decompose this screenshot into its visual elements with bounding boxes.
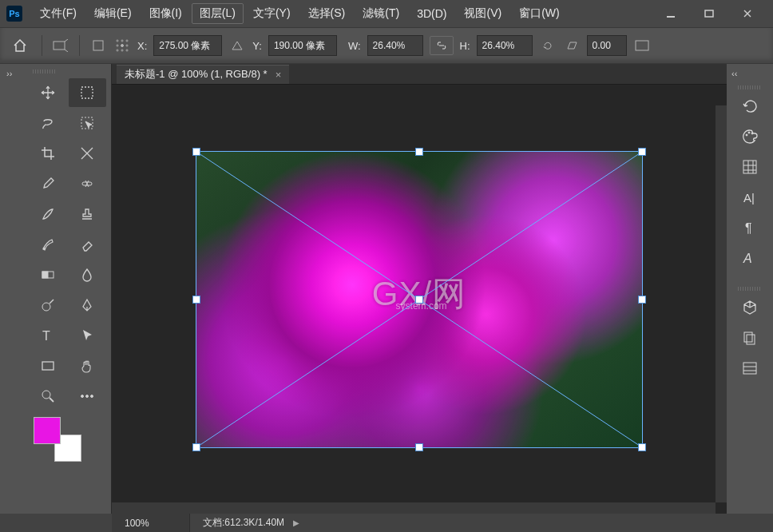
minimize-button[interactable]	[652, 1, 690, 26]
h-input[interactable]	[477, 35, 533, 56]
menu-layer[interactable]: 图层(L)	[192, 3, 244, 24]
canvas[interactable]: GX/网 system.com	[196, 151, 643, 448]
handle-top-left[interactable]	[192, 148, 200, 156]
character-panel-icon[interactable]: A|	[733, 184, 767, 211]
layers-panel-icon[interactable]	[733, 355, 767, 382]
link-aspect-toggle[interactable]	[430, 36, 454, 55]
slice-tool[interactable]	[69, 139, 107, 168]
close-button[interactable]	[728, 1, 767, 26]
menu-edit[interactable]: 编辑(E)	[86, 3, 140, 24]
menu-image[interactable]: 图像(I)	[141, 3, 190, 24]
menu-3d[interactable]: 3D(D)	[409, 4, 454, 23]
menu-filter[interactable]: 滤镜(T)	[355, 3, 407, 24]
svg-point-6	[117, 40, 118, 42]
status-bar: 100% 文档:612.3K/1.40M ▶	[0, 514, 773, 532]
transform-mode-icon[interactable]	[52, 37, 69, 54]
brush-tool[interactable]	[29, 200, 67, 228]
home-icon	[12, 38, 28, 54]
menu-window[interactable]: 窗口(W)	[511, 3, 568, 24]
menu-file[interactable]: 文件(F)	[32, 3, 85, 24]
delta-icon[interactable]	[228, 37, 246, 54]
libraries-panel-icon[interactable]	[733, 324, 767, 351]
stamp-tool[interactable]	[69, 200, 107, 228]
status-menu-arrow-icon[interactable]: ▶	[293, 518, 299, 527]
crop-tool[interactable]	[29, 139, 67, 168]
app-logo: Ps	[6, 6, 22, 22]
edit-toolbar[interactable]	[69, 382, 107, 411]
menu-select[interactable]: 选择(S)	[300, 3, 354, 24]
glyphs-panel-icon[interactable]: A	[733, 244, 767, 272]
foreground-swatch[interactable]	[34, 417, 61, 444]
zoom-level[interactable]: 100%	[112, 514, 190, 532]
x-label: X:	[137, 40, 147, 52]
options-bar: X: Y: W: H:	[0, 27, 773, 64]
horizontal-scrollbar[interactable]	[112, 502, 716, 514]
expand-right-dock-icon[interactable]: ‹‹	[731, 69, 743, 80]
panel-grip[interactable]	[734, 284, 766, 292]
panel-grip[interactable]	[734, 83, 766, 91]
eyedropper-tool[interactable]	[29, 169, 67, 198]
quick-select-tool[interactable]	[69, 109, 107, 137]
path-select-tool[interactable]	[69, 321, 107, 350]
angle-input[interactable]	[587, 35, 627, 56]
move-tool[interactable]	[29, 78, 67, 107]
handle-bottom-right[interactable]	[638, 443, 646, 451]
healing-tool[interactable]	[69, 169, 107, 198]
document-tab[interactable]: 未标题-1 @ 100% (1, RGB/8) * ×	[117, 65, 289, 84]
type-tool[interactable]: T	[29, 321, 67, 350]
handle-top[interactable]	[415, 148, 423, 156]
skew-icon[interactable]	[563, 37, 581, 54]
free-transform-box[interactable]	[196, 151, 643, 448]
panel-grip[interactable]	[29, 67, 61, 75]
handle-center[interactable]	[415, 296, 423, 304]
svg-rect-1	[705, 10, 713, 17]
link-icon	[435, 41, 448, 50]
hand-tool[interactable]	[69, 351, 107, 380]
history-brush-tool[interactable]	[29, 230, 67, 259]
home-button[interactable]	[8, 34, 32, 58]
y-input[interactable]	[268, 35, 337, 56]
doc-info-label: 文档:	[203, 517, 224, 528]
rotate-icon[interactable]	[539, 37, 557, 54]
menu-view[interactable]: 视图(V)	[456, 3, 509, 24]
color-panel-icon[interactable]	[733, 123, 767, 150]
handle-left[interactable]	[192, 296, 200, 304]
history-panel-icon[interactable]	[733, 93, 767, 120]
lasso-tool[interactable]	[29, 109, 67, 137]
expand-dock-icon[interactable]: ››	[6, 69, 18, 80]
document-area: 未标题-1 @ 100% (1, RGB/8) * × GX/网 system.…	[112, 64, 727, 514]
dodge-tool[interactable]	[29, 291, 67, 320]
separator	[79, 35, 80, 56]
handle-bottom[interactable]	[415, 443, 423, 451]
document-info[interactable]: 文档:612.3K/1.40M ▶	[190, 516, 299, 530]
doc-info-value: 612.3K/1.40M	[224, 517, 284, 528]
handle-bottom-left[interactable]	[192, 443, 200, 451]
3d-panel-icon[interactable]	[733, 294, 767, 321]
paragraph-panel-icon[interactable]: ¶	[733, 214, 767, 241]
marquee-tool[interactable]	[69, 78, 107, 107]
x-input[interactable]	[153, 35, 222, 56]
interpolation-icon[interactable]	[633, 37, 651, 54]
svg-point-14	[126, 50, 128, 51]
blur-tool[interactable]	[69, 260, 107, 289]
menu-type[interactable]: 文字(Y)	[245, 3, 299, 24]
handle-right[interactable]	[638, 296, 646, 304]
zoom-tool[interactable]	[29, 382, 67, 411]
color-swatches[interactable]	[34, 417, 81, 462]
document-tab-title: 未标题-1 @ 100% (1, RGB/8) *	[125, 67, 268, 81]
gradient-tool[interactable]	[29, 260, 67, 289]
close-tab-icon[interactable]: ×	[276, 69, 282, 81]
svg-rect-34	[743, 161, 756, 173]
svg-rect-15	[636, 41, 648, 50]
handle-top-right[interactable]	[638, 148, 646, 156]
w-input[interactable]	[367, 35, 423, 56]
maximize-button[interactable]	[690, 1, 728, 26]
dock-collapse-strip: ››	[0, 64, 24, 514]
pen-tool[interactable]	[69, 291, 107, 320]
reference-point-toggle[interactable]	[89, 37, 107, 54]
reference-point-grid-icon[interactable]	[113, 37, 131, 54]
vertical-scrollbar[interactable]	[716, 105, 727, 502]
eraser-tool[interactable]	[69, 230, 107, 259]
rectangle-tool[interactable]	[29, 351, 67, 380]
swatches-panel-icon[interactable]	[733, 153, 767, 181]
